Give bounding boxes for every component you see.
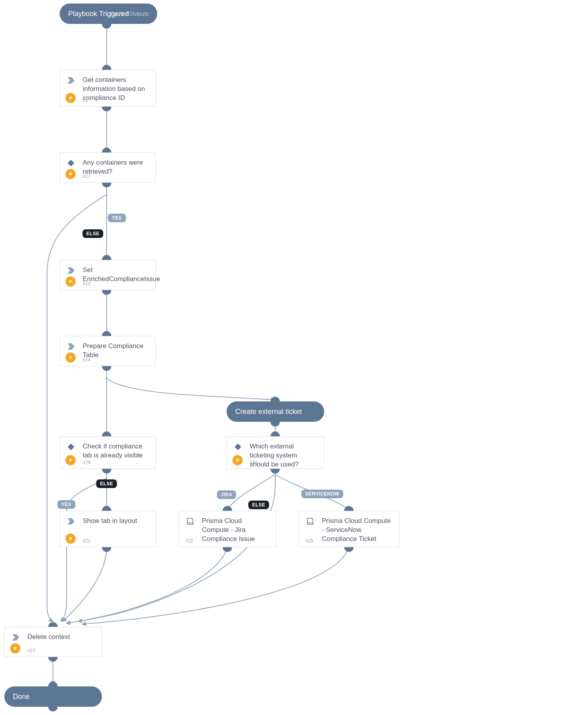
branch-label-else: ELSE xyxy=(96,479,117,488)
branch-label-yes: YES xyxy=(108,214,126,222)
bolt-icon xyxy=(232,455,243,465)
done-label: Done xyxy=(13,693,30,701)
chevron-icon xyxy=(66,517,76,526)
task-servicenow-ticket[interactable]: Prisma Cloud Compute - ServiceNow Compli… xyxy=(299,511,399,547)
bolt-icon xyxy=(65,534,76,544)
bolt-icon xyxy=(65,455,76,465)
task-set-enriched[interactable]: Set EnrichedComplianceIssue #13 xyxy=(60,260,156,290)
chevron-icon xyxy=(66,76,76,85)
branch-label-else: ELSE xyxy=(82,229,103,238)
task-title: Which external ticketing system should b… xyxy=(250,442,318,469)
playbook-done-node[interactable]: Done xyxy=(4,686,102,707)
task-title: Set EnrichedComplianceIssue xyxy=(83,266,149,284)
bolt-icon xyxy=(65,169,76,179)
task-title: Get containers information based on comp… xyxy=(83,76,149,103)
svg-rect-0 xyxy=(68,160,74,167)
playbook-start-sub: Inputs / Outputs xyxy=(110,11,149,17)
task-id: #14 xyxy=(83,357,91,363)
task-delete-context[interactable]: Delete context #27 xyxy=(4,627,102,657)
branch-label-jira: JIRA xyxy=(217,490,236,499)
task-id: #1 xyxy=(83,98,88,103)
task-id: #13 xyxy=(83,281,91,287)
book-icon xyxy=(185,517,195,526)
chevron-icon xyxy=(66,266,76,275)
task-id: #21 xyxy=(83,538,91,544)
task-any-containers[interactable]: Any containers were retrieved? #17 xyxy=(60,152,156,183)
task-title: Delete context xyxy=(27,633,95,642)
bolt-icon xyxy=(10,643,20,653)
branch-label-else: ELSE xyxy=(248,501,269,509)
bolt-icon xyxy=(65,352,76,363)
task-id: #24 xyxy=(250,460,258,465)
svg-rect-1 xyxy=(68,444,74,450)
branch-label-yes: YES xyxy=(57,500,75,509)
task-show-tab[interactable]: Show tab in layout #21 xyxy=(60,511,156,547)
task-title: Any containers were retrieved? xyxy=(83,158,149,176)
chevron-icon xyxy=(66,342,76,351)
task-title: Prisma Cloud Compute - ServiceNow Compli… xyxy=(322,517,393,544)
diamond-icon xyxy=(66,442,76,452)
task-title: Prepare Compliance Table xyxy=(83,342,149,360)
task-id: #17 xyxy=(83,174,91,179)
svg-rect-2 xyxy=(235,444,241,450)
task-id: #26 xyxy=(83,460,91,465)
playbook-start-node[interactable]: Playbook Triggered Inputs / Outputs xyxy=(60,4,157,24)
book-icon xyxy=(305,517,315,526)
task-id: #27 xyxy=(27,648,35,653)
section-external-ticket[interactable]: Create external ticket xyxy=(227,401,324,422)
task-jira-issue[interactable]: Prisma Cloud Compute - Jira Compliance I… xyxy=(179,511,276,547)
task-prepare-table[interactable]: Prepare Compliance Table #14 xyxy=(60,336,156,366)
bolt-icon xyxy=(65,276,76,287)
bolt-icon xyxy=(65,93,76,103)
task-check-tab[interactable]: Check if compliance tab is already visib… xyxy=(60,436,156,469)
diamond-icon xyxy=(66,158,76,168)
task-get-containers[interactable]: Get containers information based on comp… xyxy=(60,70,156,107)
task-id: #25 xyxy=(305,538,313,544)
chevron-icon xyxy=(11,633,20,642)
diamond-icon xyxy=(233,442,243,452)
task-title: Check if compliance tab is already visib… xyxy=(83,442,149,460)
task-which-ticketing[interactable]: Which external ticketing system should b… xyxy=(227,436,324,469)
branch-label-servicenow: SERVICENOW xyxy=(301,490,343,498)
task-id: #22 xyxy=(185,538,193,544)
task-title: Show tab in layout xyxy=(83,517,149,526)
section-label: Create external ticket xyxy=(235,408,302,416)
task-title: Prisma Cloud Compute - Jira Compliance I… xyxy=(202,517,270,544)
